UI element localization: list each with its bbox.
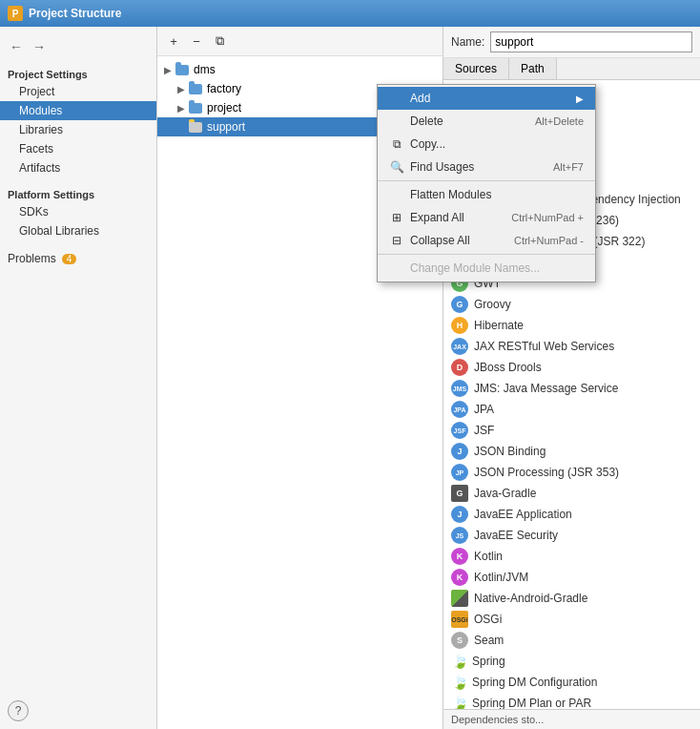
- groovy-icon: G: [451, 296, 468, 313]
- framework-item-spring-dm-plan[interactable]: 🍃 Spring DM Plan or PAR: [443, 693, 700, 709]
- spring-dm-config-icon: 🍃: [451, 674, 468, 691]
- copy-module-button[interactable]: ⧉: [209, 31, 230, 52]
- sidebar-item-global-libraries[interactable]: Global Libraries: [0, 221, 156, 240]
- title-bar: P Project Structure: [0, 0, 700, 27]
- folder-icon: [188, 119, 203, 135]
- framework-item-jax-rest[interactable]: JAX JAX RESTful Web Services: [443, 336, 700, 357]
- framework-item-groovy[interactable]: G Groovy: [443, 294, 700, 315]
- sidebar-nav: ← →: [0, 32, 156, 61]
- menu-item-delete[interactable]: Delete Alt+Delete: [378, 110, 595, 133]
- back-button[interactable]: ←: [6, 36, 27, 57]
- folder-icon: [175, 62, 190, 77]
- json-processing-icon: JP: [451, 464, 468, 481]
- expand-all-icon: ⊞: [389, 210, 404, 225]
- remove-module-button[interactable]: −: [186, 31, 207, 52]
- name-label: Name:: [451, 35, 484, 49]
- problems-label: Problems: [8, 252, 56, 265]
- sidebar-item-sdks[interactable]: SDKs: [0, 202, 156, 221]
- problems-badge: 4: [62, 254, 77, 264]
- menu-item-change-names: Change Module Names...: [378, 257, 595, 280]
- menu-item-find-usages[interactable]: 🔍 Find Usages Alt+F7: [378, 156, 595, 178]
- menu-item-flatten-modules[interactable]: Flatten Modules: [378, 183, 595, 206]
- menu-item-add[interactable]: Add ▶: [378, 87, 595, 110]
- jax-rest-icon: JAX: [451, 338, 468, 355]
- name-input[interactable]: [490, 31, 692, 52]
- java-gradle-icon: G: [451, 485, 468, 502]
- framework-item-osgi[interactable]: OSGi OSGi: [443, 609, 700, 630]
- sidebar-item-project[interactable]: Project: [0, 82, 156, 101]
- expand-icon: ▶: [161, 65, 175, 75]
- sidebar: ← → Project Settings Project Modules Lib…: [0, 27, 157, 729]
- folder-icon: [188, 100, 203, 115]
- menu-separator-1: [378, 180, 595, 181]
- framework-item-kotlin[interactable]: K Kotlin: [443, 546, 700, 567]
- submenu-arrow-icon: ▶: [576, 94, 584, 104]
- seam-icon: S: [451, 632, 468, 649]
- jms-icon: JMS: [451, 380, 468, 397]
- help-button[interactable]: ?: [8, 700, 29, 721]
- search-icon: 🔍: [389, 159, 404, 175]
- copy-icon: ⧉: [389, 136, 404, 152]
- forward-button[interactable]: →: [29, 36, 50, 57]
- framework-item-seam[interactable]: S Seam: [443, 630, 700, 651]
- framework-item-json-binding[interactable]: J JSON Binding: [443, 441, 700, 462]
- menu-item-expand-all[interactable]: ⊞ Expand All Ctrl+NumPad +: [378, 206, 595, 229]
- tab-sources[interactable]: Sources: [443, 58, 509, 79]
- add-icon: [389, 91, 404, 106]
- framework-item-jms[interactable]: JMS JMS: Java Message Service: [443, 378, 700, 399]
- expand-icon: ▶: [175, 84, 188, 94]
- framework-item-jboss-drools[interactable]: D JBoss Drools: [443, 357, 700, 378]
- context-menu: Add ▶ Delete Alt+Delete ⧉ Copy... 🔍 Find…: [377, 84, 596, 282]
- app-icon: P: [8, 6, 23, 21]
- jsf-icon: JSF: [451, 422, 468, 439]
- center-panel: + − ⧉ ▶ dms ▶: [157, 27, 443, 729]
- framework-item-jsf[interactable]: JSF JSF: [443, 420, 700, 441]
- problems-row[interactable]: Problems 4: [0, 248, 156, 269]
- framework-item-spring[interactable]: 🍃 Spring: [443, 651, 700, 672]
- menu-item-copy[interactable]: ⧉ Copy...: [378, 133, 595, 156]
- add-module-button[interactable]: +: [163, 31, 184, 52]
- hibernate-icon: H: [451, 317, 468, 334]
- sidebar-item-artifacts[interactable]: Artifacts: [0, 158, 156, 177]
- sidebar-item-libraries[interactable]: Libraries: [0, 120, 156, 139]
- menu-item-collapse-all[interactable]: ⊟ Collapse All Ctrl+NumPad -: [378, 229, 595, 252]
- framework-item-kotlin-jvm[interactable]: K Kotlin/JVM: [443, 567, 700, 588]
- framework-item-javaee-security[interactable]: JS JavaEE Security: [443, 525, 700, 546]
- name-row: Name:: [443, 27, 700, 58]
- framework-item-native-android-gradle[interactable]: Native-Android-Gradle: [443, 588, 700, 609]
- javaee-app-icon: J: [451, 506, 468, 523]
- window-title: Project Structure: [29, 7, 121, 20]
- kotlin-icon: K: [451, 548, 468, 565]
- javaee-security-icon: JS: [451, 527, 468, 544]
- framework-item-java-gradle[interactable]: G Java-Gradle: [443, 483, 700, 504]
- framework-item-hibernate[interactable]: H Hibernate: [443, 315, 700, 336]
- json-binding-icon: J: [451, 443, 468, 460]
- flatten-icon: [389, 187, 404, 202]
- framework-item-javaee-app[interactable]: J JavaEE Application: [443, 504, 700, 525]
- framework-item-spring-dm-config[interactable]: 🍃 Spring DM Configuration: [443, 672, 700, 693]
- center-toolbar: + − ⧉: [157, 27, 443, 56]
- spring-icon: 🍃: [451, 653, 468, 670]
- jpa-icon: JPA: [451, 401, 468, 418]
- expand-icon: ▶: [175, 103, 188, 114]
- native-android-icon: [451, 590, 468, 607]
- platform-settings-title: Platform Settings: [0, 185, 156, 202]
- sidebar-item-facets[interactable]: Facets: [0, 139, 156, 158]
- menu-separator-2: [378, 254, 595, 255]
- project-settings-title: Project Settings: [0, 65, 156, 82]
- tree-item-dms[interactable]: ▶ dms: [157, 60, 443, 79]
- main-container: ← → Project Settings Project Modules Lib…: [0, 27, 700, 729]
- osgi-icon: OSGi: [451, 611, 468, 628]
- bottom-status: Dependencies sto...: [443, 709, 700, 729]
- tab-paths[interactable]: Path: [509, 58, 557, 79]
- sidebar-item-modules[interactable]: Modules: [0, 101, 156, 120]
- framework-item-json-processing[interactable]: JP JSON Processing (JSR 353): [443, 462, 700, 483]
- tabs-row: Sources Path: [443, 58, 700, 80]
- delete-icon: [389, 114, 404, 129]
- change-names-icon: [389, 260, 404, 276]
- kotlin-jvm-icon: K: [451, 569, 468, 586]
- framework-item-jpa[interactable]: JPA JPA: [443, 399, 700, 420]
- jboss-drools-icon: D: [451, 359, 468, 376]
- folder-icon: [188, 81, 203, 96]
- spring-dm-plan-icon: 🍃: [451, 695, 468, 709]
